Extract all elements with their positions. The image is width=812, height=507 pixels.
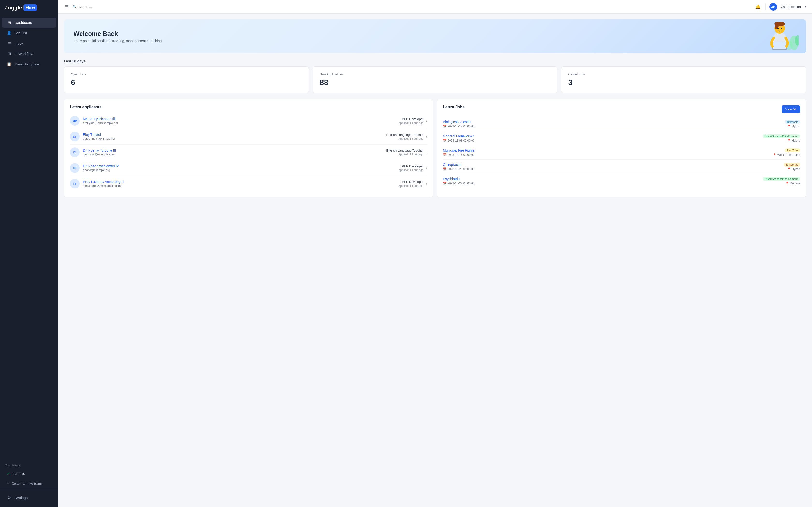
- applicant-chevron-icon: ›: [426, 150, 427, 154]
- sidebar-item-email-template[interactable]: 📋Email Template: [2, 59, 56, 69]
- applicant-email: psimonis@example.com: [83, 153, 387, 156]
- sidebar-item-job-list[interactable]: 👤Job List: [2, 28, 56, 38]
- settings-nav-item[interactable]: ⚙ Settings: [2, 493, 56, 503]
- job-location: 📍Hybrid: [787, 125, 800, 128]
- job-badge: Other/Seasonal/On-Demand: [763, 134, 800, 138]
- job-row: Psychiatrist 📅2023-10-22 00:00:00 Other/…: [443, 174, 800, 188]
- sidebar-item-inbox[interactable]: ✉Inbox: [2, 39, 56, 48]
- job-title[interactable]: General Farmworker: [443, 134, 763, 138]
- sidebar-item-dashboard[interactable]: ⊞Dashboard: [2, 18, 56, 27]
- applicant-name: Dr. Noemy Turcotte III: [83, 149, 387, 152]
- search-input[interactable]: [79, 5, 169, 9]
- applicant-email: oreilly.darius@example.net: [83, 121, 398, 125]
- applicant-time: Applied: 1 hour ago: [387, 137, 424, 140]
- sidebar-item-label: Email Template: [14, 62, 39, 66]
- applicant-row[interactable]: ET Eloy Treutel pgleichner@example.net E…: [70, 129, 427, 145]
- jobs-card-title: Latest Jobs: [443, 105, 464, 109]
- applicant-chevron-icon: ›: [426, 119, 427, 123]
- dashboard-icon: ⊞: [7, 20, 12, 25]
- applicant-row[interactable]: DI Dr. Noemy Turcotte III psimonis@examp…: [70, 145, 427, 160]
- stat-title: Closed Jobs: [568, 72, 799, 76]
- stat-title: New Applications: [320, 72, 551, 76]
- sidebar: Juggle Hire ⊞Dashboard👤Job List✉Inbox⊞It…: [0, 0, 58, 507]
- job-row: Chiropractor 📅2023-10-20 00:00:00 Tempor…: [443, 160, 800, 174]
- teams-list: ✓Lomeyo: [0, 468, 58, 478]
- svg-point-7: [777, 27, 779, 29]
- job-date: 📅2023-11-08 00:00:00: [443, 139, 763, 142]
- job-right: Other/Seasonal/On-Demand 📍Remote: [763, 177, 800, 185]
- stat-value: 88: [320, 78, 551, 87]
- view-all-button[interactable]: View All: [781, 105, 800, 113]
- job-title[interactable]: Municipal Fire Fighter: [443, 149, 773, 152]
- calendar-icon: 📅: [443, 167, 447, 171]
- applicant-row[interactable]: MP Mr. Lenny Pfannerstill oreilly.darius…: [70, 113, 427, 129]
- job-badge: Part Time: [785, 149, 800, 152]
- job-location: 📍Hybrid: [787, 139, 800, 142]
- stats-period-label: Last 30 days: [64, 59, 806, 63]
- job-date: 📅2023-10-16 00:00:00: [443, 153, 773, 157]
- sidebar-bottom: ⚙ Settings: [0, 488, 58, 507]
- svg-rect-11: [770, 50, 789, 50]
- applicant-row[interactable]: PI Prof. Ladarius Armstrong III alexandr…: [70, 176, 427, 191]
- stat-card-new-applications: New Applications88: [313, 66, 558, 93]
- job-right: Part Time 📍Work From Home: [773, 149, 800, 157]
- job-badge: Other/Seasonal/On-Demand: [763, 177, 800, 181]
- job-badge: Internship: [785, 120, 800, 124]
- create-team-button[interactable]: + Create a new team: [2, 479, 56, 488]
- sidebar-item-label: Inbox: [14, 41, 23, 45]
- applicants-list: MP Mr. Lenny Pfannerstill oreilly.darius…: [70, 113, 427, 191]
- job-list-icon: 👤: [7, 31, 12, 35]
- applicant-email: pgleichner@example.net: [83, 137, 387, 140]
- calendar-icon: 📅: [443, 153, 447, 157]
- job-title[interactable]: Chiropractor: [443, 163, 784, 167]
- settings-icon: ⚙: [7, 495, 12, 500]
- create-team-label: Create a new team: [11, 482, 42, 486]
- welcome-banner: Welcome Back Enjoy potential candidate t…: [64, 19, 806, 53]
- applicant-job: PHP Developer Applied: 1 hour ago: [398, 117, 423, 125]
- user-menu-chevron[interactable]: ▾: [805, 5, 806, 8]
- menu-button[interactable]: ☰: [64, 3, 70, 10]
- sidebar-item-label: Dashboard: [14, 20, 32, 25]
- applicant-row[interactable]: DI Dr. Rosa Swaniawski IV ghand@example.…: [70, 160, 427, 176]
- job-title[interactable]: Psychiatrist: [443, 177, 763, 181]
- search-icon: 🔍: [72, 5, 77, 9]
- team-item-lomeyo[interactable]: ✓Lomeyo: [2, 469, 56, 478]
- stat-value: 6: [71, 78, 302, 87]
- sidebar-item-label: Itl Workflow: [14, 52, 33, 56]
- applicant-info: Prof. Ladarius Armstrong III alexandrea2…: [83, 180, 398, 187]
- job-date: 📅2023-10-17 00:00:00: [443, 125, 785, 128]
- job-row: General Farmworker 📅2023-11-08 00:00:00 …: [443, 131, 800, 146]
- job-info: General Farmworker 📅2023-11-08 00:00:00: [443, 134, 763, 142]
- applicant-info: Mr. Lenny Pfannerstill oreilly.darius@ex…: [83, 117, 398, 125]
- applicant-name: Mr. Lenny Pfannerstill: [83, 117, 398, 121]
- main-content: Welcome Back Enjoy potential candidate t…: [58, 13, 812, 507]
- jobs-list: Biological Scientist 📅2023-10-17 00:00:0…: [443, 117, 800, 188]
- notification-button[interactable]: 🔔: [754, 3, 761, 10]
- applicant-chevron-icon: ›: [426, 182, 427, 185]
- app-logo: Juggle Hire: [0, 0, 58, 15]
- email-template-icon: 📋: [7, 62, 12, 66]
- job-row: Municipal Fire Fighter 📅2023-10-16 00:00…: [443, 146, 800, 160]
- sidebar-item-workflow[interactable]: ⊞Itl Workflow: [2, 49, 56, 59]
- search-bar: 🔍: [72, 5, 169, 9]
- team-check-icon: ✓: [7, 471, 10, 476]
- job-location: 📍Remote: [785, 182, 800, 185]
- job-title[interactable]: Biological Scientist: [443, 120, 785, 124]
- applicant-avatar: DI: [70, 163, 80, 173]
- applicant-email: alexandrea20@example.com: [83, 184, 398, 187]
- svg-rect-10: [773, 42, 786, 49]
- applicant-job-title: English Language Teacher: [387, 133, 424, 136]
- applicant-job-title: English Language Teacher: [387, 149, 424, 152]
- jobs-card: Latest Jobs View All Biological Scientis…: [437, 99, 806, 198]
- app-name-text: Juggle: [5, 5, 22, 11]
- applicants-card: Latest applicants MP Mr. Lenny Pfannerst…: [64, 99, 433, 198]
- stats-grid: Open Jobs6New Applications88Closed Jobs3: [64, 66, 806, 93]
- job-info: Municipal Fire Fighter 📅2023-10-16 00:00…: [443, 149, 773, 157]
- applicant-avatar: DI: [70, 148, 80, 157]
- svg-point-8: [780, 27, 782, 29]
- applicant-job-title: PHP Developer: [398, 180, 423, 184]
- calendar-icon: 📅: [443, 139, 447, 142]
- job-right: Other/Seasonal/On-Demand 📍Hybrid: [763, 134, 800, 142]
- applicant-email: ghand@example.org: [83, 168, 398, 172]
- header-divider: [765, 3, 766, 10]
